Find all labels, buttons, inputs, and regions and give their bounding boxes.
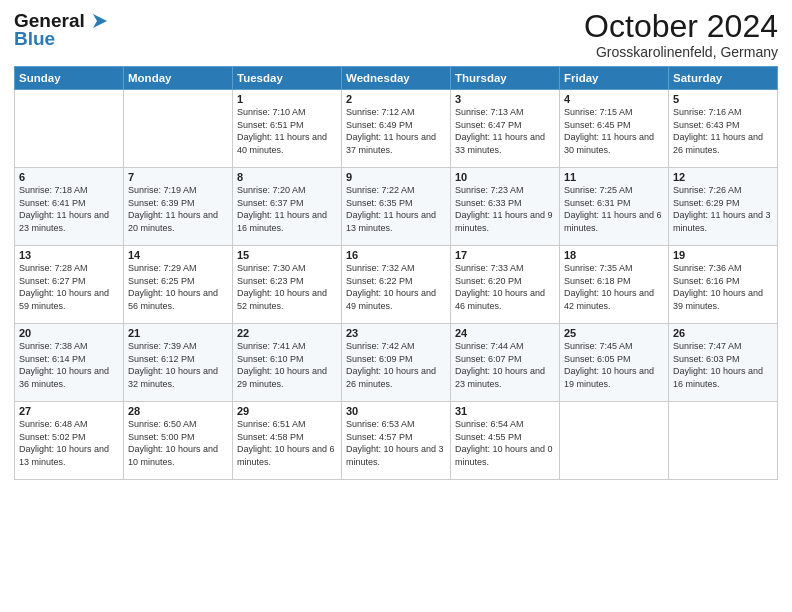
day-info: Sunrise: 6:54 AM Sunset: 4:55 PM Dayligh… <box>455 418 555 468</box>
day-number: 19 <box>673 249 773 261</box>
svg-marker-0 <box>93 14 107 28</box>
day-info: Sunrise: 7:25 AM Sunset: 6:31 PM Dayligh… <box>564 184 664 234</box>
day-number: 23 <box>346 327 446 339</box>
day-info: Sunrise: 7:30 AM Sunset: 6:23 PM Dayligh… <box>237 262 337 312</box>
day-info: Sunrise: 7:19 AM Sunset: 6:39 PM Dayligh… <box>128 184 228 234</box>
day-info: Sunrise: 6:48 AM Sunset: 5:02 PM Dayligh… <box>19 418 119 468</box>
day-cell: 27Sunrise: 6:48 AM Sunset: 5:02 PM Dayli… <box>15 402 124 480</box>
day-cell: 19Sunrise: 7:36 AM Sunset: 6:16 PM Dayli… <box>669 246 778 324</box>
day-number: 22 <box>237 327 337 339</box>
day-cell: 15Sunrise: 7:30 AM Sunset: 6:23 PM Dayli… <box>233 246 342 324</box>
day-info: Sunrise: 7:12 AM Sunset: 6:49 PM Dayligh… <box>346 106 446 156</box>
day-number: 11 <box>564 171 664 183</box>
day-cell: 11Sunrise: 7:25 AM Sunset: 6:31 PM Dayli… <box>560 168 669 246</box>
day-number: 27 <box>19 405 119 417</box>
day-number: 6 <box>19 171 119 183</box>
day-cell: 10Sunrise: 7:23 AM Sunset: 6:33 PM Dayli… <box>451 168 560 246</box>
day-number: 14 <box>128 249 228 261</box>
day-number: 5 <box>673 93 773 105</box>
day-info: Sunrise: 7:13 AM Sunset: 6:47 PM Dayligh… <box>455 106 555 156</box>
header: General Blue October 2024 Grosskarolinen… <box>14 10 778 60</box>
day-info: Sunrise: 7:15 AM Sunset: 6:45 PM Dayligh… <box>564 106 664 156</box>
day-info: Sunrise: 7:47 AM Sunset: 6:03 PM Dayligh… <box>673 340 773 390</box>
logo-icon <box>87 10 109 32</box>
day-info: Sunrise: 7:10 AM Sunset: 6:51 PM Dayligh… <box>237 106 337 156</box>
day-number: 2 <box>346 93 446 105</box>
day-info: Sunrise: 7:16 AM Sunset: 6:43 PM Dayligh… <box>673 106 773 156</box>
day-info: Sunrise: 7:23 AM Sunset: 6:33 PM Dayligh… <box>455 184 555 234</box>
day-number: 13 <box>19 249 119 261</box>
col-sunday: Sunday <box>15 67 124 90</box>
day-cell: 2Sunrise: 7:12 AM Sunset: 6:49 PM Daylig… <box>342 90 451 168</box>
day-cell: 24Sunrise: 7:44 AM Sunset: 6:07 PM Dayli… <box>451 324 560 402</box>
day-info: Sunrise: 7:18 AM Sunset: 6:41 PM Dayligh… <box>19 184 119 234</box>
day-cell: 22Sunrise: 7:41 AM Sunset: 6:10 PM Dayli… <box>233 324 342 402</box>
day-number: 26 <box>673 327 773 339</box>
day-info: Sunrise: 7:29 AM Sunset: 6:25 PM Dayligh… <box>128 262 228 312</box>
week-row-4: 20Sunrise: 7:38 AM Sunset: 6:14 PM Dayli… <box>15 324 778 402</box>
week-row-1: 1Sunrise: 7:10 AM Sunset: 6:51 PM Daylig… <box>15 90 778 168</box>
day-number: 18 <box>564 249 664 261</box>
day-cell: 21Sunrise: 7:39 AM Sunset: 6:12 PM Dayli… <box>124 324 233 402</box>
col-tuesday: Tuesday <box>233 67 342 90</box>
day-cell: 13Sunrise: 7:28 AM Sunset: 6:27 PM Dayli… <box>15 246 124 324</box>
day-info: Sunrise: 7:20 AM Sunset: 6:37 PM Dayligh… <box>237 184 337 234</box>
day-info: Sunrise: 7:36 AM Sunset: 6:16 PM Dayligh… <box>673 262 773 312</box>
day-number: 9 <box>346 171 446 183</box>
day-number: 29 <box>237 405 337 417</box>
day-cell: 26Sunrise: 7:47 AM Sunset: 6:03 PM Dayli… <box>669 324 778 402</box>
day-info: Sunrise: 7:33 AM Sunset: 6:20 PM Dayligh… <box>455 262 555 312</box>
day-number: 7 <box>128 171 228 183</box>
day-cell: 25Sunrise: 7:45 AM Sunset: 6:05 PM Dayli… <box>560 324 669 402</box>
logo: General Blue <box>14 10 109 50</box>
day-cell: 30Sunrise: 6:53 AM Sunset: 4:57 PM Dayli… <box>342 402 451 480</box>
day-number: 1 <box>237 93 337 105</box>
day-number: 15 <box>237 249 337 261</box>
col-friday: Friday <box>560 67 669 90</box>
day-info: Sunrise: 7:22 AM Sunset: 6:35 PM Dayligh… <box>346 184 446 234</box>
day-info: Sunrise: 7:42 AM Sunset: 6:09 PM Dayligh… <box>346 340 446 390</box>
day-cell: 28Sunrise: 6:50 AM Sunset: 5:00 PM Dayli… <box>124 402 233 480</box>
day-cell: 18Sunrise: 7:35 AM Sunset: 6:18 PM Dayli… <box>560 246 669 324</box>
day-cell: 1Sunrise: 7:10 AM Sunset: 6:51 PM Daylig… <box>233 90 342 168</box>
day-number: 16 <box>346 249 446 261</box>
day-cell: 8Sunrise: 7:20 AM Sunset: 6:37 PM Daylig… <box>233 168 342 246</box>
day-info: Sunrise: 7:44 AM Sunset: 6:07 PM Dayligh… <box>455 340 555 390</box>
day-number: 25 <box>564 327 664 339</box>
week-row-3: 13Sunrise: 7:28 AM Sunset: 6:27 PM Dayli… <box>15 246 778 324</box>
day-number: 21 <box>128 327 228 339</box>
day-number: 4 <box>564 93 664 105</box>
month-title: October 2024 <box>584 10 778 42</box>
day-cell: 23Sunrise: 7:42 AM Sunset: 6:09 PM Dayli… <box>342 324 451 402</box>
col-thursday: Thursday <box>451 67 560 90</box>
day-cell: 17Sunrise: 7:33 AM Sunset: 6:20 PM Dayli… <box>451 246 560 324</box>
day-number: 31 <box>455 405 555 417</box>
week-row-5: 27Sunrise: 6:48 AM Sunset: 5:02 PM Dayli… <box>15 402 778 480</box>
day-cell: 4Sunrise: 7:15 AM Sunset: 6:45 PM Daylig… <box>560 90 669 168</box>
calendar-table: Sunday Monday Tuesday Wednesday Thursday… <box>14 66 778 480</box>
day-info: Sunrise: 7:28 AM Sunset: 6:27 PM Dayligh… <box>19 262 119 312</box>
page: General Blue October 2024 Grosskarolinen… <box>0 0 792 612</box>
day-info: Sunrise: 6:50 AM Sunset: 5:00 PM Dayligh… <box>128 418 228 468</box>
day-number: 24 <box>455 327 555 339</box>
day-cell <box>124 90 233 168</box>
day-info: Sunrise: 6:53 AM Sunset: 4:57 PM Dayligh… <box>346 418 446 468</box>
week-row-2: 6Sunrise: 7:18 AM Sunset: 6:41 PM Daylig… <box>15 168 778 246</box>
day-number: 28 <box>128 405 228 417</box>
day-cell: 16Sunrise: 7:32 AM Sunset: 6:22 PM Dayli… <box>342 246 451 324</box>
day-info: Sunrise: 6:51 AM Sunset: 4:58 PM Dayligh… <box>237 418 337 468</box>
day-info: Sunrise: 7:26 AM Sunset: 6:29 PM Dayligh… <box>673 184 773 234</box>
day-cell: 9Sunrise: 7:22 AM Sunset: 6:35 PM Daylig… <box>342 168 451 246</box>
day-cell: 3Sunrise: 7:13 AM Sunset: 6:47 PM Daylig… <box>451 90 560 168</box>
day-number: 20 <box>19 327 119 339</box>
day-cell <box>669 402 778 480</box>
day-info: Sunrise: 7:39 AM Sunset: 6:12 PM Dayligh… <box>128 340 228 390</box>
col-monday: Monday <box>124 67 233 90</box>
day-cell: 29Sunrise: 6:51 AM Sunset: 4:58 PM Dayli… <box>233 402 342 480</box>
day-cell: 12Sunrise: 7:26 AM Sunset: 6:29 PM Dayli… <box>669 168 778 246</box>
day-info: Sunrise: 7:41 AM Sunset: 6:10 PM Dayligh… <box>237 340 337 390</box>
location: Grosskarolinenfeld, Germany <box>584 44 778 60</box>
col-wednesday: Wednesday <box>342 67 451 90</box>
header-row: Sunday Monday Tuesday Wednesday Thursday… <box>15 67 778 90</box>
day-cell: 20Sunrise: 7:38 AM Sunset: 6:14 PM Dayli… <box>15 324 124 402</box>
